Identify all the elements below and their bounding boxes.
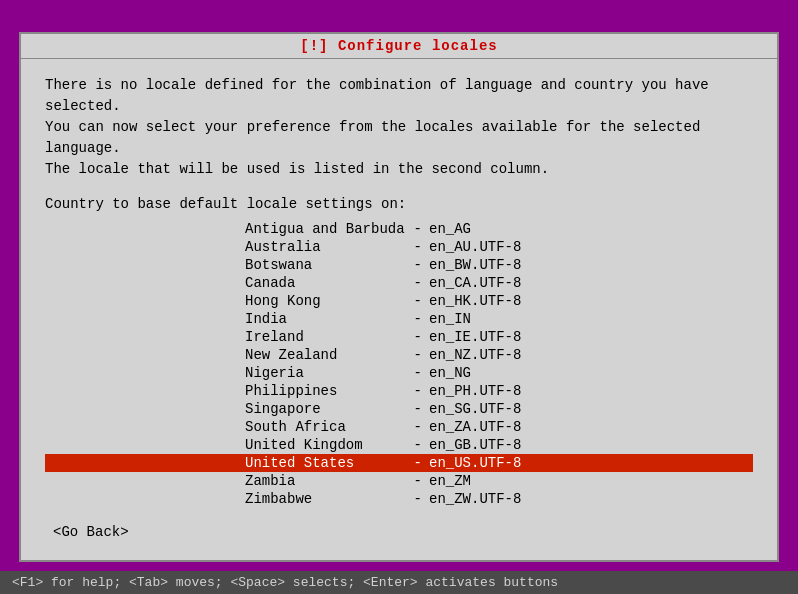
locale-dash: - bbox=[405, 455, 429, 471]
locale-country: Botswana bbox=[245, 257, 405, 273]
locale-code: en_CA.UTF-8 bbox=[429, 275, 521, 291]
content-area: There is no locale defined for the combi… bbox=[21, 59, 777, 560]
locale-country: Philippines bbox=[245, 383, 405, 399]
desc-line-2: You can now select your preference from … bbox=[45, 117, 753, 159]
locale-dash: - bbox=[405, 491, 429, 507]
list-item[interactable]: India - en_IN bbox=[45, 310, 753, 328]
locale-dash: - bbox=[405, 473, 429, 489]
country-label: Country to base default locale settings … bbox=[45, 196, 753, 212]
locale-list[interactable]: Antigua and Barbuda - en_AGAustralia - e… bbox=[45, 220, 753, 508]
locale-country: Nigeria bbox=[245, 365, 405, 381]
locale-dash: - bbox=[405, 329, 429, 345]
locale-country: Antigua and Barbuda bbox=[245, 221, 405, 237]
locale-code: en_GB.UTF-8 bbox=[429, 437, 521, 453]
locale-dash: - bbox=[405, 311, 429, 327]
locale-code: en_AG bbox=[429, 221, 471, 237]
locale-country: United Kingdom bbox=[245, 437, 405, 453]
locale-dash: - bbox=[405, 347, 429, 363]
locale-dash: - bbox=[405, 401, 429, 417]
locale-country: United States bbox=[245, 455, 405, 471]
locale-code: en_BW.UTF-8 bbox=[429, 257, 521, 273]
list-item[interactable]: Botswana - en_BW.UTF-8 bbox=[45, 256, 753, 274]
list-item[interactable]: Singapore - en_SG.UTF-8 bbox=[45, 400, 753, 418]
list-item[interactable]: Philippines - en_PH.UTF-8 bbox=[45, 382, 753, 400]
locale-code: en_AU.UTF-8 bbox=[429, 239, 521, 255]
list-item[interactable]: Ireland - en_IE.UTF-8 bbox=[45, 328, 753, 346]
locale-dash: - bbox=[405, 257, 429, 273]
locale-code: en_NG bbox=[429, 365, 471, 381]
locale-dash: - bbox=[405, 383, 429, 399]
locale-dash: - bbox=[405, 419, 429, 435]
locale-code: en_IE.UTF-8 bbox=[429, 329, 521, 345]
locale-country: Zambia bbox=[245, 473, 405, 489]
list-item[interactable]: United Kingdom - en_GB.UTF-8 bbox=[45, 436, 753, 454]
list-item[interactable]: Canada - en_CA.UTF-8 bbox=[45, 274, 753, 292]
locale-code: en_NZ.UTF-8 bbox=[429, 347, 521, 363]
locale-code: en_ZW.UTF-8 bbox=[429, 491, 521, 507]
locale-dash: - bbox=[405, 275, 429, 291]
desc-line-1: There is no locale defined for the combi… bbox=[45, 75, 753, 117]
list-item[interactable]: South Africa - en_ZA.UTF-8 bbox=[45, 418, 753, 436]
locale-country: Hong Kong bbox=[245, 293, 405, 309]
list-item[interactable]: Hong Kong - en_HK.UTF-8 bbox=[45, 292, 753, 310]
terminal-window: [!] Configure locales There is no locale… bbox=[19, 32, 779, 562]
locale-dash: - bbox=[405, 365, 429, 381]
locale-country: Singapore bbox=[245, 401, 405, 417]
locale-country: Canada bbox=[245, 275, 405, 291]
locale-country: South Africa bbox=[245, 419, 405, 435]
desc-line-3: The locale that will be used is listed i… bbox=[45, 159, 753, 180]
title-text: [!] Configure locales bbox=[300, 38, 497, 54]
list-item[interactable]: New Zealand - en_NZ.UTF-8 bbox=[45, 346, 753, 364]
locale-code: en_IN bbox=[429, 311, 471, 327]
locale-country: Ireland bbox=[245, 329, 405, 345]
locale-code: en_HK.UTF-8 bbox=[429, 293, 521, 309]
locale-code: en_ZA.UTF-8 bbox=[429, 419, 521, 435]
locale-code: en_ZM bbox=[429, 473, 471, 489]
list-item[interactable]: Australia - en_AU.UTF-8 bbox=[45, 238, 753, 256]
locale-code: en_SG.UTF-8 bbox=[429, 401, 521, 417]
list-item[interactable]: United States - en_US.UTF-8 bbox=[45, 454, 753, 472]
locale-country: Zimbabwe bbox=[245, 491, 405, 507]
bottom-help-bar: <F1> for help; <Tab> moves; <Space> sele… bbox=[0, 571, 798, 594]
title-bar: [!] Configure locales bbox=[21, 34, 777, 59]
go-back-button[interactable]: <Go Back> bbox=[53, 524, 129, 540]
list-item[interactable]: Antigua and Barbuda - en_AG bbox=[45, 220, 753, 238]
help-text: <F1> for help; <Tab> moves; <Space> sele… bbox=[12, 575, 558, 590]
locale-country: New Zealand bbox=[245, 347, 405, 363]
locale-country: Australia bbox=[245, 239, 405, 255]
locale-dash: - bbox=[405, 293, 429, 309]
list-item[interactable]: Nigeria - en_NG bbox=[45, 364, 753, 382]
locale-dash: - bbox=[405, 221, 429, 237]
locale-code: en_US.UTF-8 bbox=[429, 455, 521, 471]
list-item[interactable]: Zambia - en_ZM bbox=[45, 472, 753, 490]
locale-country: India bbox=[245, 311, 405, 327]
locale-dash: - bbox=[405, 437, 429, 453]
list-item[interactable]: Zimbabwe - en_ZW.UTF-8 bbox=[45, 490, 753, 508]
locale-code: en_PH.UTF-8 bbox=[429, 383, 521, 399]
locale-dash: - bbox=[405, 239, 429, 255]
description: There is no locale defined for the combi… bbox=[45, 75, 753, 180]
go-back-section: <Go Back> bbox=[45, 524, 753, 540]
